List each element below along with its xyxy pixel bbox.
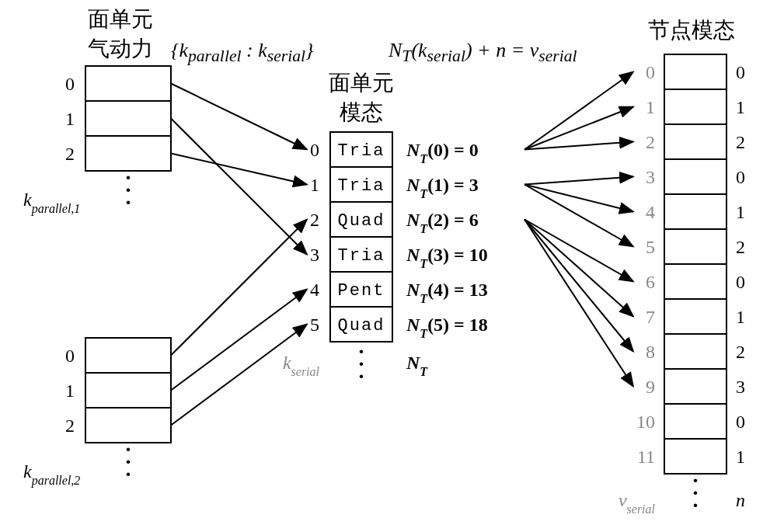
k-parallel-2-label: kparallel,2 bbox=[23, 461, 80, 488]
vertex-modal-cell bbox=[664, 124, 726, 159]
n-index: 0 bbox=[736, 412, 745, 432]
right-title-text: 节点模态 bbox=[648, 18, 735, 42]
n-index: 2 bbox=[736, 342, 745, 362]
aero-cell bbox=[85, 338, 171, 373]
map-arrow bbox=[524, 177, 633, 185]
aero-index: 1 bbox=[65, 109, 75, 129]
v-serial-index: 0 bbox=[646, 62, 655, 82]
vertex-modal-cell bbox=[664, 334, 726, 369]
vertex-modal-cell bbox=[664, 299, 726, 334]
center-block: 0TriaNT(0) = 01TriaNT(1) = 32QuadNT(2) =… bbox=[283, 132, 488, 388]
face-type: Quad bbox=[338, 211, 385, 231]
v-serial-index: 2 bbox=[646, 132, 655, 152]
map-arrow bbox=[171, 154, 307, 185]
vertex-modal-cell bbox=[664, 369, 726, 404]
center-title-text: 面单元模态 bbox=[329, 71, 394, 124]
vertex-modal-cell bbox=[664, 159, 726, 194]
face-type: Tria bbox=[338, 246, 385, 266]
nt-label: NT(1) = 3 bbox=[406, 175, 479, 200]
vertex-modal-cell bbox=[664, 194, 726, 229]
map-arrow bbox=[524, 220, 633, 282]
v-serial-index: 7 bbox=[646, 307, 655, 327]
v-serial-index: 5 bbox=[646, 237, 655, 257]
aero-cell bbox=[85, 373, 171, 408]
arrows-left bbox=[171, 84, 307, 426]
arrows-right bbox=[524, 72, 633, 387]
k-parallel-1-label: kparallel,1 bbox=[23, 190, 80, 216]
face-modal-index: 4 bbox=[310, 280, 319, 300]
right-block: 00112230415260718293100111vserialn··· bbox=[618, 54, 745, 517]
aero-index: 0 bbox=[65, 346, 75, 366]
map-arrow bbox=[524, 220, 633, 352]
vertex-modal-cell bbox=[664, 264, 726, 299]
left-block-2: 012··· bbox=[65, 338, 171, 486]
face-type: Tria bbox=[338, 176, 385, 196]
vertex-modal-cell bbox=[664, 89, 726, 124]
vdots-icon: · bbox=[359, 364, 364, 388]
v-serial-index: 8 bbox=[646, 342, 655, 362]
aero-index: 1 bbox=[65, 381, 75, 401]
vdots-icon: · bbox=[126, 462, 131, 486]
left-block-1: 012··· bbox=[65, 66, 171, 214]
v-serial-index: 4 bbox=[646, 202, 655, 222]
v-serial-index: 9 bbox=[646, 377, 655, 397]
formula-map-left: {kparallel : kserial} bbox=[171, 39, 314, 66]
vertex-modal-cell bbox=[664, 229, 726, 264]
n-index: 1 bbox=[736, 202, 745, 222]
face-type: Pent bbox=[338, 281, 385, 301]
v-serial-label: vserial bbox=[618, 490, 656, 516]
left-title: 面单元气动力 bbox=[74, 5, 167, 64]
formula-map-right: NT(kserial) + n = vserial bbox=[388, 39, 577, 66]
nt-label: NT(5) = 18 bbox=[406, 315, 488, 340]
nt-label: NT(0) = 0 bbox=[406, 140, 479, 165]
v-serial-index: 10 bbox=[636, 412, 655, 432]
left-title-text: 面单元气动力 bbox=[88, 7, 153, 61]
n-index: 0 bbox=[736, 167, 745, 187]
n-index: 0 bbox=[736, 62, 745, 82]
vertex-modal-cell bbox=[664, 404, 726, 439]
vertex-modal-cell bbox=[664, 54, 726, 89]
aero-index: 2 bbox=[65, 144, 75, 164]
nt-symbol: NT bbox=[406, 353, 428, 378]
face-type: Quad bbox=[338, 316, 385, 336]
face-type: Tria bbox=[338, 141, 385, 161]
center-title: 面单元模态 bbox=[315, 68, 408, 127]
v-serial-index: 1 bbox=[646, 97, 655, 117]
map-arrow bbox=[524, 72, 633, 150]
map-arrow bbox=[171, 220, 307, 356]
nt-label: NT(3) = 10 bbox=[406, 245, 488, 270]
k-serial-label: kserial bbox=[283, 353, 320, 378]
v-serial-index: 11 bbox=[637, 447, 655, 467]
aero-index: 0 bbox=[65, 74, 75, 94]
face-modal-index: 2 bbox=[310, 210, 319, 230]
map-arrow bbox=[524, 185, 633, 212]
n-index: 2 bbox=[736, 132, 745, 152]
nt-label: NT(2) = 6 bbox=[406, 210, 479, 235]
face-modal-index: 0 bbox=[310, 140, 319, 160]
right-title: 节点模态 bbox=[637, 16, 746, 45]
nt-label: NT(4) = 13 bbox=[406, 280, 488, 305]
face-modal-index: 1 bbox=[310, 175, 319, 195]
n-index: 3 bbox=[736, 377, 745, 397]
n-index: 1 bbox=[736, 447, 745, 467]
n-index: 0 bbox=[736, 272, 745, 292]
aero-index: 2 bbox=[65, 416, 75, 436]
aero-cell bbox=[85, 66, 171, 101]
face-modal-index: 5 bbox=[310, 315, 319, 335]
aero-cell bbox=[85, 101, 171, 136]
vdots-icon: · bbox=[693, 493, 699, 517]
v-serial-index: 3 bbox=[646, 167, 655, 187]
n-index: 1 bbox=[736, 97, 745, 117]
n-index: 1 bbox=[736, 307, 745, 327]
map-arrow bbox=[524, 185, 633, 247]
extra-labels: kparallel,1kparallel,2 bbox=[23, 190, 80, 488]
v-serial-index: 6 bbox=[646, 272, 655, 292]
vdots-icon: · bbox=[126, 190, 131, 214]
face-modal-index: 3 bbox=[310, 245, 319, 265]
n-label: n bbox=[736, 490, 745, 510]
n-index: 2 bbox=[736, 237, 745, 257]
